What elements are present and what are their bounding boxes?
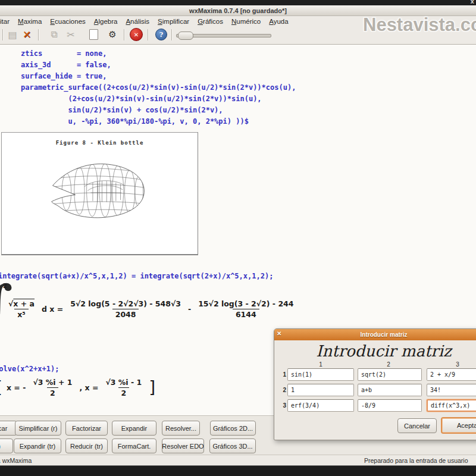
help-icon[interactable]: ? bbox=[155, 28, 168, 41]
status-left: Bienvenido a wxMaxima bbox=[0, 457, 32, 464]
fraction: 15√2 log(3 - 2√2) - 244 6144 bbox=[195, 299, 296, 319]
button-factorizar[interactable]: Factorizar bbox=[65, 421, 108, 436]
toolbar-separator bbox=[2, 29, 4, 40]
dialog-icon: ✕ bbox=[277, 330, 281, 337]
close-icon[interactable]: x bbox=[471, 0, 474, 5]
matrix-row-label-3: 3 bbox=[279, 402, 286, 409]
numerator: √3 %i + 1 bbox=[30, 378, 75, 387]
button-resolver[interactable]: Resolver... bbox=[162, 421, 200, 436]
code-input-integrate: integrate(sqrt(a+x)/x^5,x,1,2) = integra… bbox=[0, 271, 273, 282]
button-expandir-tr[interactable]: Expandir (tr) bbox=[14, 439, 61, 453]
menu-ecuaciones[interactable]: Ecuaciones bbox=[50, 18, 85, 25]
menu-editar[interactable]: Editar bbox=[0, 18, 10, 25]
matrix-cell-2-3[interactable] bbox=[427, 384, 476, 396]
matrix-row-label-2: 2 bbox=[279, 387, 286, 393]
toolbar-separator bbox=[38, 29, 39, 40]
menu-maxima[interactable]: Maxima bbox=[18, 18, 42, 25]
numerator: 5√2 log(5 - 2√2√3) - 548√3 bbox=[67, 299, 184, 309]
matrix-cell-1-3[interactable] bbox=[427, 368, 476, 381]
button-forma-cart[interactable]: FormaCart. bbox=[112, 439, 156, 453]
matrix-col-header-2: 2 bbox=[383, 361, 394, 368]
minus-sign: - bbox=[188, 305, 191, 314]
plot-title: Figure 8 - Klein bottle bbox=[2, 140, 198, 146]
denominator: 2 bbox=[47, 387, 58, 397]
matrix-row-label-1: 1 bbox=[279, 371, 286, 378]
fraction: √3 %i - 1 2 bbox=[102, 378, 145, 397]
menu-algebra[interactable]: Algebra bbox=[94, 18, 118, 25]
matrix-cell-1-1[interactable] bbox=[287, 368, 354, 381]
watermark: Nestavista.com bbox=[363, 14, 476, 36]
button-simplificar-r[interactable]: Simplificar (r) bbox=[15, 421, 61, 436]
copy-icon[interactable]: ⧉ bbox=[48, 28, 61, 41]
status-bar: Bienvenido a wxMaxima Preparado para la … bbox=[0, 455, 476, 466]
denominator: 6144 bbox=[233, 309, 259, 319]
numerator: √3 %i - 1 bbox=[102, 378, 145, 387]
window-title: wxMaxima 0.7.4 [no guardado*] bbox=[189, 7, 287, 14]
screen-top-strip: x bbox=[0, 0, 476, 5]
fraction: √3 %i + 1 2 bbox=[30, 378, 75, 397]
button-simplificar-tr[interactable]: Simplificar (tr) bbox=[0, 439, 13, 453]
radicand: x + a bbox=[13, 299, 35, 308]
button-reducir-tr[interactable]: Reducir (tr) bbox=[65, 439, 108, 453]
code-input-solve: solve(x^2+x+1); bbox=[0, 364, 59, 375]
menu-graficos[interactable]: Gráficos bbox=[198, 18, 223, 25]
paste-icon[interactable] bbox=[87, 28, 100, 41]
print-icon[interactable]: ⚙ bbox=[106, 28, 119, 41]
dialog-title-bar[interactable]: ✕ Introducir matriz bbox=[274, 329, 476, 340]
integral-output: √x + a x⁵ d x = 5√2 log(5 - 2√2√3) - 548… bbox=[5, 299, 297, 319]
toolbar-separator bbox=[171, 29, 173, 40]
button-graficos-2d[interactable]: Gráficos 2D... bbox=[210, 421, 256, 436]
menu-analisis[interactable]: Análisis bbox=[126, 18, 149, 25]
save-icon[interactable]: ▤ bbox=[6, 28, 19, 41]
menu-numerico[interactable]: Numérico bbox=[231, 18, 261, 25]
menu-simplificar[interactable]: Simplificar bbox=[158, 18, 189, 25]
numerator: 15√2 log(3 - 2√2) - 244 bbox=[195, 299, 296, 309]
dx-equals: d x = bbox=[42, 305, 63, 314]
denominator: x⁵ bbox=[14, 309, 29, 319]
button-expandir[interactable]: Expandir bbox=[112, 421, 156, 436]
matrix-col-header-1: 1 bbox=[315, 361, 327, 368]
matrix-col-header-3: 3 bbox=[452, 361, 464, 368]
denominator: 2 bbox=[118, 387, 130, 397]
status-right: Preparado para la entrada de usuario bbox=[364, 457, 468, 464]
fraction: √x + a x⁵ bbox=[5, 299, 37, 319]
matrix-cell-3-3[interactable] bbox=[427, 399, 476, 412]
dialog-title: Introducir matriz bbox=[361, 331, 408, 338]
button-resolver-edo[interactable]: Resolver EDO bbox=[162, 439, 204, 453]
matrix-cell-2-2[interactable] bbox=[358, 384, 422, 396]
dialog-heading: Introducir matriz bbox=[274, 342, 476, 360]
zoom-slider-thumb[interactable] bbox=[178, 32, 193, 40]
code-input-plot: ztics = none, axis_3d = false, surface_h… bbox=[21, 48, 296, 127]
menu-ayuda[interactable]: Ayuda bbox=[269, 18, 288, 25]
cancel-button[interactable]: Cancelar bbox=[397, 418, 437, 433]
solve-x1: x = - bbox=[7, 383, 26, 392]
scissors-icon[interactable]: ✂ bbox=[64, 28, 77, 41]
plot-window: Figure 8 - Klein bottle bbox=[1, 132, 198, 255]
solve-x2: , x = bbox=[79, 383, 98, 392]
toolbar-separator bbox=[148, 29, 149, 40]
cut-icon[interactable]: ✕ bbox=[20, 28, 33, 41]
matrix-cell-1-2[interactable] bbox=[358, 368, 422, 381]
close-bracket: ] bbox=[149, 380, 155, 396]
open-bracket: [ bbox=[0, 380, 2, 396]
matrix-cell-3-1[interactable] bbox=[287, 399, 354, 412]
button-graficos-3d[interactable]: Gráficos 3D... bbox=[209, 439, 256, 453]
accept-button[interactable]: Aceptar bbox=[441, 417, 476, 434]
zoom-slider[interactable] bbox=[176, 34, 271, 37]
screen-bottom-strip bbox=[0, 465, 476, 476]
solve-output: [ x = - √3 %i + 1 2 , x = √3 %i - 1 2 ] bbox=[0, 378, 155, 397]
denominator: 2048 bbox=[112, 309, 139, 319]
matrix-cell-2-1[interactable] bbox=[287, 384, 354, 396]
matrix-dialog: ✕ Introducir matriz Introducir matriz 1 … bbox=[274, 328, 476, 440]
integral-upper-limit: 2 bbox=[3, 283, 7, 289]
stop-icon[interactable]: ✕ bbox=[130, 28, 143, 41]
klein-bottle-figure bbox=[43, 156, 156, 229]
fraction: 5√2 log(5 - 2√2√3) - 548√3 2048 bbox=[67, 299, 184, 319]
toolbar-separator bbox=[124, 29, 125, 40]
matrix-cell-3-2[interactable] bbox=[358, 399, 422, 412]
